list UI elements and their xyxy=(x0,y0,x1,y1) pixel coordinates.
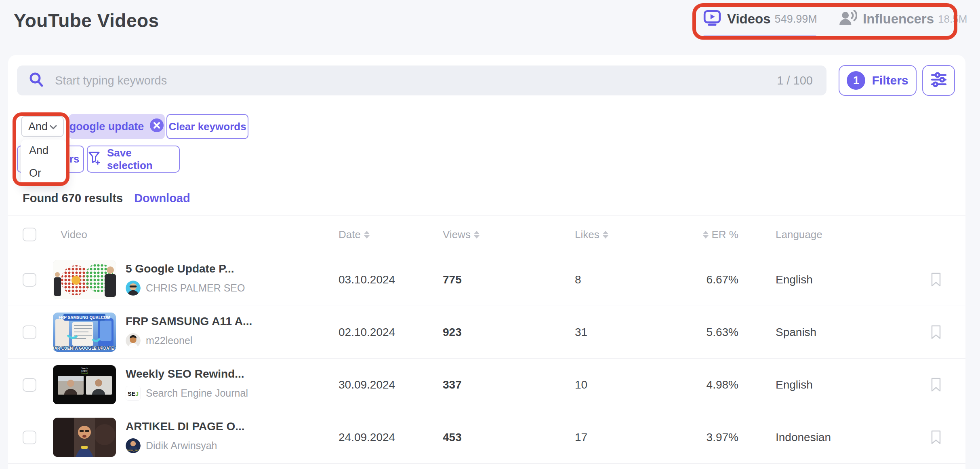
videos-monitor-play-icon xyxy=(703,9,721,29)
filters-button[interactable]: 1 Filters xyxy=(839,65,917,96)
operator-option-and[interactable]: And xyxy=(21,139,66,162)
select-all-checkbox[interactable] xyxy=(23,228,36,241)
column-views-sort[interactable]: Views xyxy=(443,215,479,254)
video-er: 4.98% xyxy=(707,378,738,391)
column-views: Views xyxy=(443,228,471,241)
video-likes: 8 xyxy=(575,273,581,286)
video-date: 03.10.2024 xyxy=(339,273,395,286)
keyword-chip-label: google update xyxy=(69,120,144,133)
tab-influencers[interactable]: Influencers 18.5M xyxy=(839,9,967,29)
svg-text:DIDIK_SEO: DIDIK_SEO xyxy=(127,449,139,452)
page-title: YouTube Videos xyxy=(14,10,159,32)
video-title[interactable]: Weekly SEO Rewind... xyxy=(126,368,248,380)
sliders-icon xyxy=(930,70,948,91)
column-likes: Likes xyxy=(575,228,599,241)
table-row[interactable]: SearchEngineJournal Weekly SEO Rewind...… xyxy=(8,359,965,411)
video-thumbnail[interactable]: FRP SAMSUNG QUALCOM QUITAR CUENTA GOOGLE… xyxy=(53,313,116,352)
video-date: 24.09.2024 xyxy=(339,431,395,444)
tab-videos-count: 549.99M xyxy=(775,13,817,25)
clear-keywords-label: Clear keywords xyxy=(168,120,246,133)
operator-option-or[interactable]: Or xyxy=(21,162,66,184)
column-likes-sort[interactable]: Likes xyxy=(575,215,608,254)
video-title[interactable]: FRP SAMSUNG A11 A... xyxy=(126,315,252,328)
column-date-sort[interactable]: Date xyxy=(339,215,370,254)
keyword-search-bar[interactable]: 1 / 100 xyxy=(17,65,826,95)
video-er: 6.67% xyxy=(707,273,738,286)
search-input[interactable] xyxy=(55,74,777,87)
keyword-operator-select[interactable]: And xyxy=(21,116,64,137)
channel-avatar: SEJ xyxy=(126,386,141,401)
column-er: ER % xyxy=(712,228,738,241)
video-date: 02.10.2024 xyxy=(339,326,395,339)
advanced-settings-button[interactable] xyxy=(922,65,955,96)
operator-value: And xyxy=(28,120,48,133)
column-er-sort[interactable]: ER % xyxy=(658,215,738,254)
bookmark-icon[interactable] xyxy=(930,411,942,463)
video-date: 30.09.2024 xyxy=(339,378,395,391)
bookmark-icon[interactable] xyxy=(930,306,942,358)
funnel-plus-icon xyxy=(88,150,101,168)
row-checkbox[interactable] xyxy=(23,431,36,444)
sort-icon xyxy=(474,231,479,239)
table-row[interactable]: ARTIKEL DI PAGE O... DIDIK_SEO Didik Arw… xyxy=(8,411,965,464)
row-checkbox[interactable] xyxy=(23,325,36,339)
column-video: Video xyxy=(61,228,87,241)
video-likes: 31 xyxy=(575,326,587,339)
tab-influencers-label: Influencers xyxy=(863,11,934,27)
row-checkbox[interactable] xyxy=(23,378,36,392)
save-selection-button[interactable]: Save selection xyxy=(87,146,180,173)
video-views: 923 xyxy=(443,326,462,339)
channel-name[interactable]: CHRIS PALMER SEO xyxy=(146,282,245,294)
video-likes: 17 xyxy=(575,431,587,444)
sort-icon xyxy=(603,231,608,239)
column-language: Language xyxy=(776,228,822,241)
table-row[interactable]: 5 Google Update P... CHRIS PALMER SEO 03… xyxy=(8,254,965,306)
svg-text:QUITAR CUENTA GOOGLE UPDATE HC: QUITAR CUENTA GOOGLE UPDATE HCK xyxy=(53,346,116,351)
video-likes: 10 xyxy=(575,378,587,391)
video-language: English xyxy=(776,273,813,286)
channel-avatar xyxy=(126,281,141,296)
video-er: 5.63% xyxy=(707,326,738,339)
video-views: 453 xyxy=(443,431,462,444)
save-selection-label: Save selection xyxy=(107,147,179,172)
operator-dropdown-menu: And Or xyxy=(21,139,66,185)
bookmark-icon[interactable] xyxy=(930,254,942,306)
download-link[interactable]: Download xyxy=(134,192,190,205)
keyword-counter: 1 / 100 xyxy=(777,74,813,87)
filters-count-badge: 1 xyxy=(847,71,865,90)
bookmark-icon[interactable] xyxy=(930,359,942,411)
search-icon xyxy=(28,72,44,89)
video-title[interactable]: 5 Google Update P... xyxy=(126,262,245,275)
table-header-row: Video Date Views Likes ER % Language xyxy=(8,215,965,254)
table-row[interactable]: FRP SAMSUNG QUALCOM QUITAR CUENTA GOOGLE… xyxy=(8,306,965,359)
sort-icon xyxy=(364,231,370,239)
channel-name[interactable]: Search Engine Journal xyxy=(146,387,248,399)
influencers-person-broadcast-icon xyxy=(839,9,857,29)
chevron-down-icon xyxy=(49,120,57,133)
filters-button-label: Filters xyxy=(872,74,908,87)
tab-videos[interactable]: Videos 549.99M xyxy=(703,9,817,29)
remove-keyword-icon[interactable] xyxy=(149,118,164,135)
channel-name[interactable]: Didik Arwinsyah xyxy=(146,440,217,452)
svg-text:Journal: Journal xyxy=(81,372,88,374)
tab-influencers-count: 18.5M xyxy=(938,13,967,25)
results-summary-row: Found 670 results Download xyxy=(23,192,190,205)
svg-text:FRP SAMSUNG QUALCOM: FRP SAMSUNG QUALCOM xyxy=(59,315,110,320)
active-tab-underline xyxy=(703,36,816,38)
results-summary: Found 670 results xyxy=(23,192,123,205)
video-language: Indonesian xyxy=(776,431,831,444)
video-thumbnail[interactable] xyxy=(53,260,116,299)
clear-keywords-button[interactable]: Clear keywords xyxy=(166,114,248,139)
row-checkbox[interactable] xyxy=(23,273,36,287)
video-language: English xyxy=(776,378,813,391)
video-thumbnail[interactable] xyxy=(53,418,116,457)
video-title[interactable]: ARTIKEL DI PAGE O... xyxy=(126,420,245,433)
svg-text:SEJ: SEJ xyxy=(128,391,139,397)
sort-icon xyxy=(703,231,709,239)
keyword-chip[interactable]: google update xyxy=(69,114,165,139)
video-views: 775 xyxy=(443,273,462,286)
video-thumbnail[interactable]: SearchEngineJournal xyxy=(53,365,116,404)
column-date: Date xyxy=(339,228,361,241)
channel-name[interactable]: m22leonel xyxy=(146,335,192,346)
channel-avatar xyxy=(126,333,141,348)
